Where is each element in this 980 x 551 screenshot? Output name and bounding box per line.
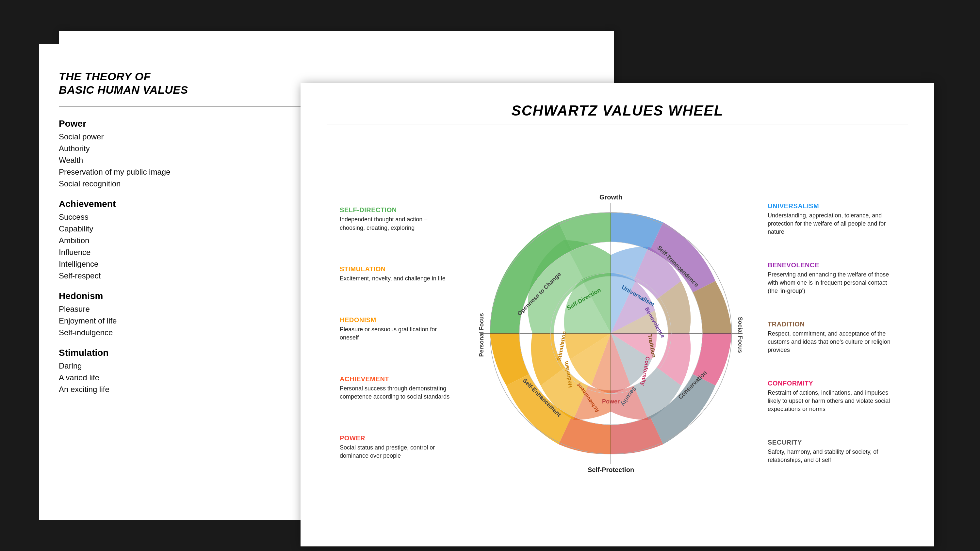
wheel-page: SCHWARTZ VALUES WHEEL SELF-DIRECTION Ind… [301,83,934,546]
svg-text:Self-Protection: Self-Protection [588,466,634,473]
annotation-self-direction: SELF-DIRECTION Independent thought and a… [340,206,454,232]
front-left-page: THE THEORY OF BASIC HUMAN VALUES Power S… [39,44,333,520]
page-title: THE THEORY OF BASIC HUMAN VALUES [59,70,313,97]
annotations-left: SELF-DIRECTION Independent thought and a… [340,190,464,477]
annotation-achievement: ACHIEVEMENT Personal success through dem… [340,375,454,401]
category-power: Power Social power Authority Wealth Pres… [59,119,313,190]
annotation-benevolence: BENEVOLENCE Preserving and enhancing the… [768,262,895,295]
annotation-power: POWER Social status and prestige, contro… [340,435,454,460]
page-container: Self-direction Creativity Curious Freedo… [33,17,947,534]
hedonism-title: Hedonism [59,291,313,301]
annotation-security: SECURITY Safety, harmony, and stability … [768,439,895,464]
wheel-title: SCHWARTZ VALUES WHEEL [327,103,908,119]
title-divider [59,106,313,107]
annotation-tradition: TRADITION Respect, commitment, and accep… [768,321,895,354]
wheel-divider [327,124,908,124]
category-stimulation: Stimulation Daring A varied life An exci… [59,348,313,395]
annotation-stimulation: STIMULATION Excitement, novelty, and cha… [340,265,454,283]
schwartz-wheel-svg: Self-Direction Universalism Benevolence … [464,186,758,480]
category-achievement: Achievement Success Capability Ambition … [59,199,313,282]
svg-text:Personal Focus: Personal Focus [478,313,485,357]
svg-text:Social Focus: Social Focus [737,317,743,353]
category-hedonism: Hedonism Pleasure Enjoyment of life Self… [59,291,313,338]
annotations-right: UNIVERSALISM Understanding, appreciation… [758,190,895,477]
svg-text:Growth: Growth [600,194,622,201]
achievement-title: Achievement [59,199,313,209]
annotation-conformity: CONFORMITY Restraint of actions, inclina… [768,380,895,414]
power-title: Power [59,119,313,129]
wheel-area: SELF-DIRECTION Independent thought and a… [327,137,908,529]
annotation-hedonism: HEDONISM Pleasure or sensuous gratificat… [340,316,454,342]
annotation-universalism: UNIVERSALISM Understanding, appreciation… [768,202,895,236]
stimulation-title: Stimulation [59,348,313,358]
